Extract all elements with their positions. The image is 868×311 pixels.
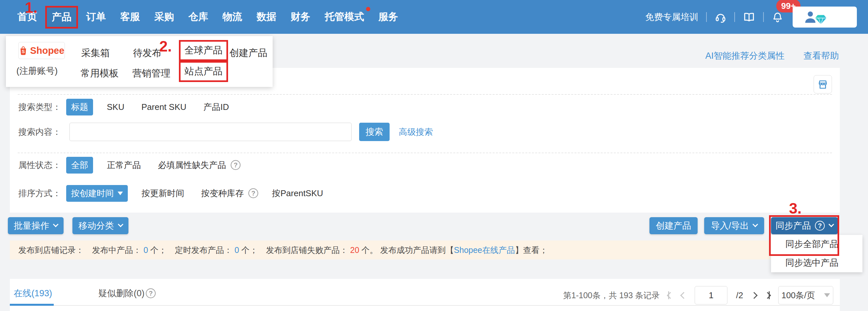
nav-item-orders[interactable]: 订单	[80, 6, 112, 28]
account-avatar-button[interactable]	[793, 6, 857, 28]
products-dropdown-menu: S Shopee (注册账号) 采集箱 常用模板 待发布 营销管理 2. 全球产…	[6, 36, 273, 87]
chevron-down-icon	[118, 222, 123, 227]
sort-stock-help-icon[interactable]: ?	[248, 188, 258, 198]
annotation-step-3: 3.	[789, 201, 802, 216]
nav-item-finance[interactable]: 财务	[284, 6, 316, 28]
attr-status-label: 属性状态：	[18, 160, 66, 171]
notice-text: 个； 定时发布产品：	[148, 245, 235, 256]
menu-item-pending-publish[interactable]: 待发布	[133, 47, 161, 60]
caret-down-icon	[824, 293, 830, 297]
sync-product-label: 同步产品	[776, 220, 811, 232]
next-page-button[interactable]	[752, 293, 756, 298]
menu-item-common-templates[interactable]: 常用模板	[81, 67, 119, 80]
menu-item-global-products[interactable]: 全球产品	[179, 40, 228, 61]
batch-operations-button[interactable]: 批量操作	[8, 217, 64, 234]
scheduled-count: 0	[235, 245, 239, 255]
sync-help-icon[interactable]: ?	[815, 221, 825, 231]
divider	[706, 12, 707, 22]
tab-online[interactable]: 在线(193)	[14, 287, 52, 299]
first-page-button[interactable]	[668, 291, 673, 299]
advanced-search-link[interactable]: 高级搜索	[399, 126, 433, 138]
tab-suspected-deleted[interactable]: 疑似删除(0) ?	[98, 287, 156, 299]
sort-update-time-option[interactable]: 按更新时间	[142, 188, 184, 199]
batch-operations-label: 批量操作	[14, 220, 49, 232]
filter-panel: 搜索类型： 标题 SKU Parent SKU 产品ID 搜索内容： 搜索 高级…	[10, 68, 840, 213]
nav-item-label: 托管模式	[325, 11, 364, 22]
sort-create-time-label: 按创建时间	[71, 188, 114, 199]
notice-text: 个； 发布到店铺失败产品：	[239, 245, 350, 256]
sort-create-time-chip[interactable]: 按创建时间	[66, 185, 128, 202]
attr-missing-help-icon[interactable]: ?	[231, 160, 241, 170]
nav-item-purchasing[interactable]: 采购	[148, 6, 180, 28]
deleted-help-icon[interactable]: ?	[146, 288, 156, 298]
divider	[734, 12, 735, 22]
shopee-bag-icon: S	[19, 46, 28, 55]
publish-record-notice: 发布到店铺记录： 发布中产品： 0 个； 定时发布产品： 0 个； 发布到店铺失…	[10, 241, 840, 259]
import-export-button[interactable]: 导入/导出	[704, 217, 764, 234]
storefront-icon	[817, 78, 829, 90]
store-selector-button[interactable]	[814, 75, 832, 93]
create-product-button[interactable]: 创建产品	[649, 217, 698, 234]
sync-dropdown-menu: 同步全部产品 同步选中产品	[771, 235, 862, 272]
nav-item-managed-mode[interactable]: 托管模式	[318, 6, 370, 28]
search-input[interactable]	[69, 123, 351, 141]
total-pages-label: /2	[736, 290, 743, 301]
sort-variant-stock-option[interactable]: 按变种库存	[201, 188, 244, 199]
sync-selected-products-item[interactable]: 同步选中产品	[771, 254, 862, 272]
tab-divider-line	[10, 305, 840, 306]
menu-item-site-products[interactable]: 站点产品	[179, 61, 228, 82]
move-category-button[interactable]: 移动分类	[72, 217, 128, 234]
page-size-select[interactable]: 100条/页	[778, 286, 833, 305]
chevron-down-icon	[53, 222, 59, 227]
nav-item-warehouse[interactable]: 仓库	[182, 6, 214, 28]
search-type-title-chip[interactable]: 标题	[66, 99, 93, 115]
sort-parent-sku-option[interactable]: 按ParentSKU	[272, 188, 323, 199]
search-type-parent-sku[interactable]: Parent SKU	[141, 102, 186, 112]
nav-item-logistics[interactable]: 物流	[216, 6, 248, 28]
pagination-summary: 第1-100条，共 193 条记录	[563, 290, 660, 301]
app-screen: 首页 产品 订单 客服 采购 仓库 物流 数据 财务 托管模式 服务 免费专属培…	[0, 0, 868, 311]
active-tab-underline	[10, 304, 54, 306]
prev-page-button[interactable]	[681, 293, 686, 298]
docs-book-button[interactable]	[743, 11, 755, 23]
caret-down-icon	[118, 192, 123, 195]
menu-item-collect-box[interactable]: 采集箱	[81, 47, 110, 60]
search-type-sku[interactable]: SKU	[107, 102, 124, 112]
annotation-step-1: 1.	[25, 0, 37, 15]
sync-product-button[interactable]: 同步产品 ?	[771, 217, 838, 234]
dashed-divider	[18, 152, 832, 153]
menu-item-marketing[interactable]: 营销管理	[132, 67, 170, 80]
view-help-link[interactable]: 查看帮助	[803, 50, 839, 62]
nav-item-customer-service[interactable]: 客服	[114, 6, 146, 28]
attr-normal-option[interactable]: 正常产品	[107, 160, 141, 171]
search-type-product-id[interactable]: 产品ID	[204, 102, 229, 113]
import-export-label: 导入/导出	[711, 220, 749, 232]
support-headset-button[interactable]	[715, 11, 726, 23]
headset-icon	[715, 11, 726, 23]
pagination: 第1-100条，共 193 条记录 /2 100条/页	[563, 286, 833, 305]
attr-missing-option[interactable]: 必填属性缺失产品	[158, 160, 226, 171]
top-nav: 首页 产品 订单 客服 采购 仓库 物流 数据 财务 托管模式 服务 免费专属培…	[0, 0, 868, 34]
attr-all-chip[interactable]: 全部	[66, 157, 93, 173]
free-training-link[interactable]: 免费专属培训	[645, 11, 698, 23]
nav-item-products[interactable]: 产品	[45, 6, 78, 29]
nav-right-group: 免费专属培训	[645, 6, 857, 28]
ai-recommend-link[interactable]: AI智能推荐分类属性	[705, 50, 784, 62]
nav-item-services[interactable]: 服务	[372, 6, 404, 28]
search-content-label: 搜索内容：	[18, 126, 66, 138]
page-size-value: 100条/页	[781, 290, 815, 301]
notifications-button[interactable]: 99+	[772, 11, 783, 23]
notice-text: 】查看；	[515, 245, 548, 256]
notice-text: 发布到店铺记录： 发布中产品：	[18, 245, 144, 256]
search-button[interactable]: 搜索	[359, 123, 390, 141]
divider	[763, 12, 764, 22]
move-category-label: 移动分类	[79, 220, 114, 232]
last-page-button[interactable]	[765, 291, 770, 299]
nav-item-data[interactable]: 数据	[250, 6, 282, 28]
bell-icon	[772, 11, 783, 23]
page-number-input[interactable]	[695, 286, 727, 305]
shopee-channel-button[interactable]: S Shopee	[18, 42, 65, 59]
sync-all-products-item[interactable]: 同步全部产品	[771, 235, 862, 254]
shopee-online-products-link[interactable]: Shopee在线产品	[454, 245, 515, 256]
menu-item-create-product[interactable]: 创建产品	[229, 47, 268, 60]
